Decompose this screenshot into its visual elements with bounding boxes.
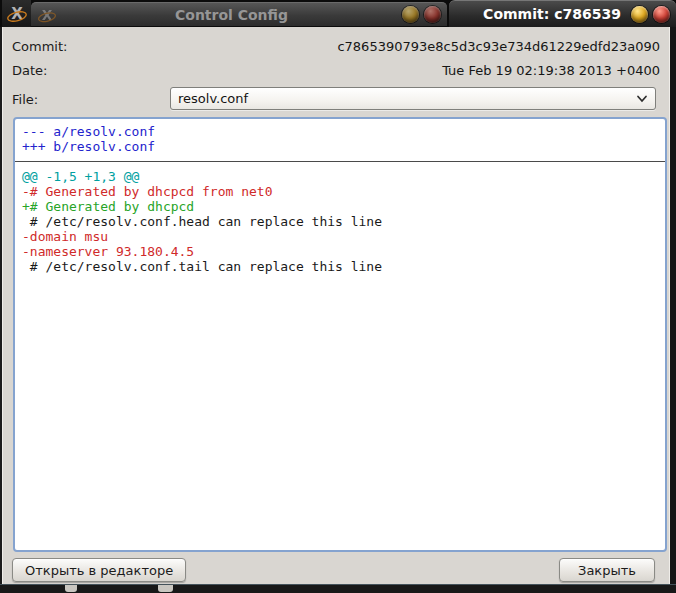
dialog-titlebar[interactable]: Commit: c786539 bbox=[449, 0, 676, 27]
background-window-fragment bbox=[158, 585, 173, 592]
open-in-editor-button[interactable]: Открыть в редакторе bbox=[12, 558, 186, 582]
diff-line-del: -nameserver 93.180.4.5 bbox=[22, 244, 665, 259]
dialog-window-controls bbox=[631, 6, 670, 23]
screen: X X Control Config Commit: c786539 bbox=[0, 0, 676, 593]
file-row: File: resolv.conf bbox=[12, 87, 660, 111]
date-row: Date: Tue Feb 19 02:19:38 2013 +0400 bbox=[12, 60, 660, 80]
close-dialog-button[interactable]: Закрыть bbox=[559, 558, 655, 582]
diff-separator bbox=[15, 154, 665, 169]
diff-line-ctx: # /etc/resolv.conf.head can replace this… bbox=[22, 214, 665, 229]
dialog-title: Commit: c786539 bbox=[473, 6, 631, 22]
background-window-fragment bbox=[65, 585, 77, 592]
diff-line-hunk: @@ -1,5 +1,3 @@ bbox=[22, 169, 665, 184]
file-select-value: resolv.conf bbox=[178, 91, 248, 106]
dialog-body: Commit: c7865390793e8c5d3c93e734d61229ed… bbox=[0, 27, 676, 584]
x-logo-icon: X bbox=[6, 3, 28, 25]
chevron-down-icon bbox=[636, 95, 648, 103]
file-select[interactable]: resolv.conf bbox=[170, 87, 656, 110]
diff-line-ctx: # /etc/resolv.conf.tail can replace this… bbox=[22, 259, 665, 274]
diff-line-del: -domain msu bbox=[22, 229, 665, 244]
close-icon[interactable] bbox=[653, 6, 670, 23]
date-label: Date: bbox=[12, 63, 47, 78]
close-icon[interactable] bbox=[424, 6, 441, 23]
diff-content: --- a/resolv.conf+++ b/resolv.conf@@ -1,… bbox=[15, 119, 665, 274]
diff-view[interactable]: --- a/resolv.conf+++ b/resolv.conf@@ -1,… bbox=[13, 117, 667, 552]
titlebar-strip: X X Control Config Commit: c786539 bbox=[0, 0, 676, 27]
diff-line-meta: --- a/resolv.conf bbox=[22, 124, 665, 139]
background-window-controls bbox=[402, 6, 441, 23]
file-label: File: bbox=[12, 92, 38, 107]
commit-hash-value: c7865390793e8c5d3c93e734d61229edfd23a090 bbox=[67, 39, 660, 54]
commit-row: Commit: c7865390793e8c5d3c93e734d61229ed… bbox=[12, 36, 660, 56]
date-value: Tue Feb 19 02:19:38 2013 +0400 bbox=[47, 63, 660, 78]
x-logo-icon: X bbox=[37, 5, 57, 25]
app-icon-tile: X bbox=[2, 0, 31, 28]
background-window-titlebar[interactable]: X Control Config bbox=[31, 2, 447, 26]
commit-label: Commit: bbox=[12, 39, 67, 54]
diff-line-del: -# Generated by dhcpcd from net0 bbox=[22, 184, 665, 199]
background-window-bottom-edge bbox=[0, 584, 676, 593]
diff-line-meta: +++ b/resolv.conf bbox=[22, 139, 665, 154]
background-window-title: Control Config bbox=[61, 7, 402, 23]
minimize-button[interactable] bbox=[402, 6, 419, 23]
minimize-button[interactable] bbox=[631, 6, 648, 23]
diff-line-add: +# Generated by dhcpcd bbox=[22, 199, 665, 214]
